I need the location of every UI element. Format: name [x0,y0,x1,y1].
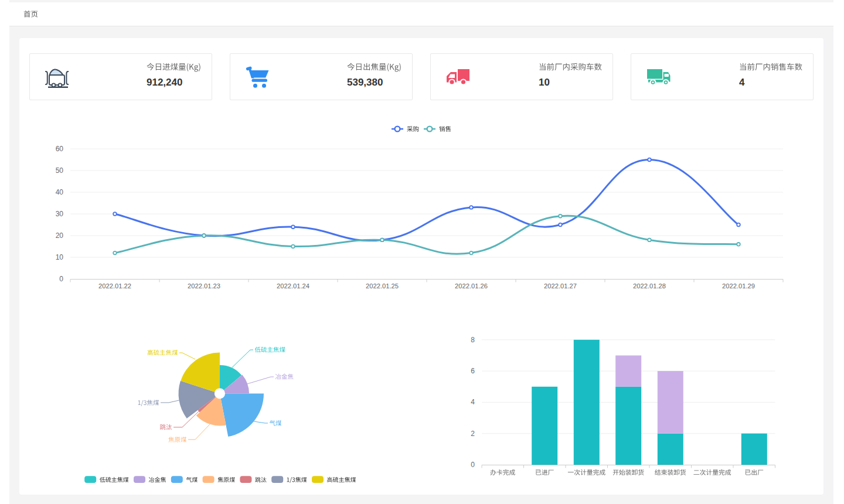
svg-text:60: 60 [56,145,64,153]
svg-text:10: 10 [56,253,64,261]
svg-text:20: 20 [56,231,64,240]
svg-text:912,240: 912,240 [147,77,182,88]
svg-text:2022.01.27: 2022.01.27 [544,282,577,290]
svg-text:4: 4 [739,77,745,88]
svg-text:2022.01.28: 2022.01.28 [633,282,666,290]
svg-text:50: 50 [56,166,64,175]
svg-text:4: 4 [471,398,475,406]
svg-text:40: 40 [56,188,64,196]
svg-text:6: 6 [471,367,475,375]
svg-text:2022.01.24: 2022.01.24 [277,282,309,290]
svg-text:539,380: 539,380 [347,77,383,88]
svg-text:8: 8 [471,336,475,344]
svg-text:0: 0 [471,461,475,469]
svg-text:2022.01.23: 2022.01.23 [188,282,220,290]
svg-text:2022.01.22: 2022.01.22 [98,282,131,290]
svg-text:10: 10 [539,77,550,88]
svg-text:0: 0 [59,275,63,283]
svg-text:2: 2 [471,430,475,438]
svg-text:2022.01.26: 2022.01.26 [455,282,488,290]
svg-text:2022.01.29: 2022.01.29 [722,282,755,290]
svg-text:2022.01.25: 2022.01.25 [366,282,399,290]
svg-text:30: 30 [56,210,64,218]
